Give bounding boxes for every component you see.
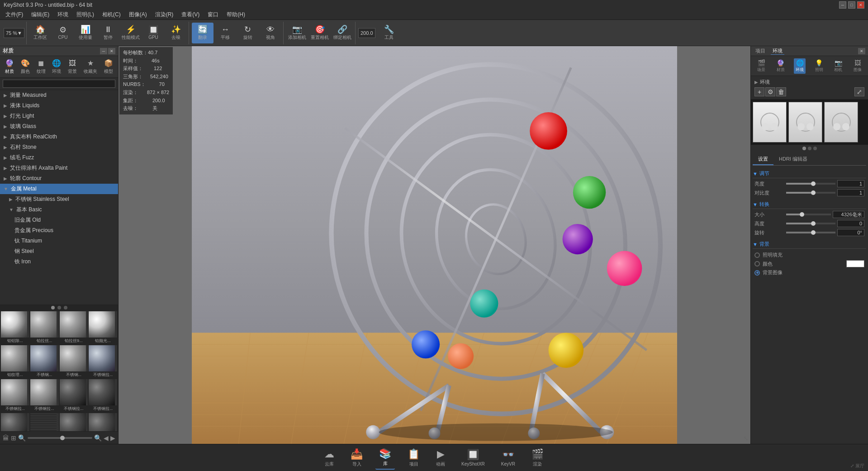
tree-item-contour[interactable]: ▶ 轮廓 Contour [0,173,118,184]
view-button[interactable]: 👁 视角 [260,23,281,43]
menu-window[interactable]: 窗口 [204,10,222,19]
thumb-item-14[interactable]: 不锈钢圆... [30,413,59,431]
contrast-slider[interactable] [786,192,835,194]
menu-render[interactable]: 渲染(R) [152,10,177,19]
bottom-tool-import[interactable]: 📥 导入 [347,447,366,469]
tab-environment[interactable]: 🌐 环境 [49,58,64,76]
minimize-button[interactable]: ─ [839,1,846,9]
rotate-button[interactable]: ↻ 旋转 [237,23,259,43]
rh-tab-project[interactable]: 项目 [754,48,767,55]
pan-button[interactable]: ↔ 平移 [214,23,236,43]
tab-materials[interactable]: 🔮 材质 [2,58,17,76]
thumb-item-9[interactable]: 不锈钢拉... [1,379,29,412]
thumb-item-6[interactable]: 不锈钢... [30,345,59,378]
menu-view[interactable]: 查看(V) [178,10,203,19]
tree-item-stone[interactable]: ▶ 石村 Stone [0,142,118,152]
tree-item-old[interactable]: 旧金属 Old [0,215,118,225]
tab-favorites[interactable]: ★ 收藏夹 [81,58,100,76]
bg-radio-3[interactable] [754,270,760,276]
prev-icon[interactable]: ◀ [104,434,109,442]
workspace-button[interactable]: 🏠 工作区 [29,23,51,43]
stab-hdri-editor[interactable]: HDRI 编辑器 [773,154,813,165]
maximize-button[interactable]: □ [848,1,855,9]
rmt-tab-scene[interactable]: 🎬 场景 [755,58,767,74]
menu-lighting[interactable]: 照明(L) [73,10,98,19]
reset-camera-button[interactable]: 🎯 重置相机 [309,23,331,43]
panel-close-button[interactable]: ✕ [108,48,115,54]
record-button[interactable]: 🔄 翻录 [192,23,213,43]
tab-textures[interactable]: ◼ 纹理 [34,58,48,76]
bind-camera-button[interactable]: 🔗 绑定相机 [332,23,353,43]
bottom-tool-keyshot-xr[interactable]: 🔲 KeyShotXR [458,447,489,468]
tree-item-iron[interactable]: 铁 Iron [0,257,118,267]
rmt-tab-material[interactable]: 🔮 材质 [775,58,787,74]
tree-item-glass[interactable]: ▶ 玻璃 Glass [0,121,118,132]
usage-button[interactable]: 📊 使用量 [75,23,96,43]
grid-icon[interactable]: ⊞ [11,434,16,442]
thumb-item-13[interactable]: 不锈钢拉... [1,413,29,431]
bottom-tool-animation[interactable]: ▶ 动画 [432,447,449,469]
thumb-item-2[interactable]: 铂拉丝... [30,311,59,344]
search-small-icon[interactable]: 🔍 [18,434,26,442]
rotation-slider[interactable] [786,232,835,233]
tree-item-basic[interactable]: ▼ 基本 Basic [0,205,118,215]
stab-settings[interactable]: 设置 [753,154,773,165]
rmt-tab-camera[interactable]: 📷 相机 [832,58,844,74]
pause-button[interactable]: ⏸ 暂停 [97,23,119,43]
bg-color-swatch[interactable] [846,260,864,267]
viewport[interactable]: 每秒帧数：40.7 时间：46s 采样值：122 三角形：542,240 NUR… [119,46,750,444]
env-add-button[interactable]: + [754,87,764,96]
rmt-tab-lighting[interactable]: 💡 照明 [813,58,825,74]
tree-item-realcloth[interactable]: ▶ 真实布料 RealCloth [0,132,118,142]
performance-button[interactable]: ⚡ 性能模式 [120,23,142,43]
gpu-button[interactable]: 🔲 GPU [142,23,164,43]
env-thumb-3[interactable] [824,102,858,143]
thumb-page-2[interactable] [57,306,61,309]
tree-item-light[interactable]: ▶ 灯光 Light [0,111,118,121]
library-icon[interactable]: 🏛 [3,434,9,442]
tree-item-axalta[interactable]: ▶ 艾仕得涂料 Axalta Paint [0,163,118,173]
tree-item-measured[interactable]: ▶ 测量 Measured [0,90,118,100]
env-fullscreen-button[interactable]: ⤢ [854,87,864,96]
size-slider[interactable] [786,214,831,215]
zoom-out-icon[interactable]: 🔍 [94,434,102,442]
thumb-page-1[interactable] [51,306,55,309]
denoise-button[interactable]: ✨ 去噪 [165,23,187,43]
tree-item-metal[interactable]: ▼ 金属 Metal [0,184,118,194]
thumb-page-3[interactable] [64,306,67,309]
thumb-item-8[interactable]: 不锈钢拉... [89,345,117,378]
bottom-tool-library[interactable]: ☁ 云库 [321,447,338,469]
search-input[interactable] [3,80,115,88]
right-panel-close-button[interactable]: ✕ [858,48,865,54]
env-dot-2[interactable] [808,147,811,150]
height-slider[interactable] [786,223,835,224]
size-input[interactable] [833,211,864,218]
bg-radio-2[interactable] [754,261,760,266]
panel-minus-button[interactable]: ─ [100,48,107,54]
thumb-item-5[interactable]: 铂纹理... [1,345,29,378]
brightness-input[interactable] [837,180,864,187]
env-settings-button[interactable]: ⚙ [765,87,775,96]
height-input[interactable] [837,220,864,227]
env-dot-1[interactable] [802,147,806,150]
bottom-tool-lib[interactable]: 📚 库 [375,446,395,470]
bottom-tool-render[interactable]: 🎬 渲染 [528,447,547,469]
tree-item-steel[interactable]: 钢 Steel [0,246,118,257]
bg-option-2[interactable]: 颜色 [753,259,866,268]
bottom-tool-project[interactable]: 📋 项目 [404,447,423,469]
rmt-tab-image[interactable]: 🖼 图像 [852,58,863,74]
thumb-item-4[interactable]: 铂抛光... [89,311,117,344]
bg-option-1[interactable]: 照明填充 [753,251,866,259]
thumb-item-12[interactable]: 不锈钢拉... [89,379,117,412]
bg-option-3[interactable]: 背景图像 [753,268,866,277]
bg-radio-1[interactable] [754,252,760,258]
menu-environment[interactable]: 环境 [54,10,72,19]
tools-button[interactable]: 🔧 工具 [378,23,400,43]
tab-background[interactable]: 🖼 背景 [65,58,80,76]
tree-item-stainless[interactable]: ▶ 不锈钢 Stainless Steel [0,194,118,205]
rh-tab-environment[interactable]: 环境 [771,48,784,55]
env-delete-button[interactable]: 🗑 [776,87,786,96]
bottom-tool-keyvr[interactable]: 👓 KeyVR [498,447,519,468]
rotation-input[interactable] [837,229,864,236]
thumb-item-7[interactable]: 不锈钢... [60,345,88,378]
